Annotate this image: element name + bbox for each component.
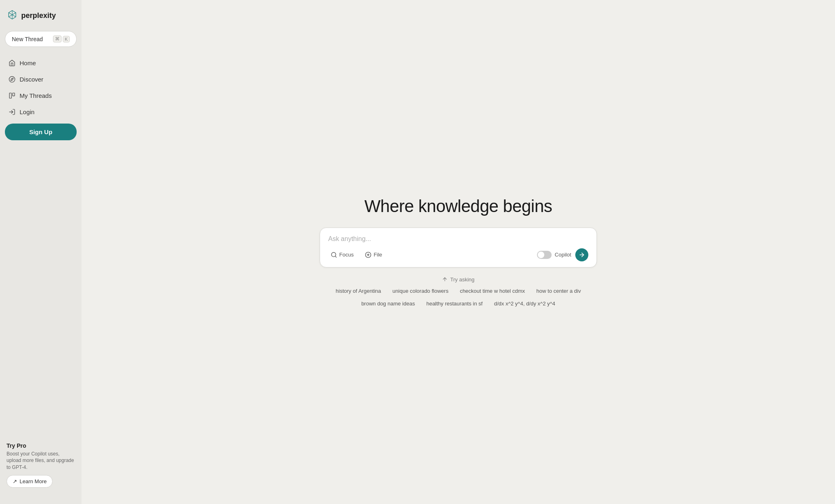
svg-point-0 — [9, 76, 15, 82]
suggestion-chip[interactable]: checkout time w hotel cdmx — [457, 287, 528, 295]
sidebar: perplexity New Thread ⌘ K Home — [0, 0, 82, 504]
file-add-icon — [365, 252, 371, 258]
try-asking-text: Try asking — [450, 276, 474, 283]
svg-line-6 — [335, 256, 336, 257]
try-asking-label: Try asking — [442, 276, 474, 283]
learn-more-arrow-icon: ↗ — [13, 478, 17, 484]
try-asking-section: Try asking history of Argentina unique c… — [333, 276, 583, 308]
copilot-toggle-switch[interactable] — [537, 251, 552, 259]
try-asking-icon — [442, 276, 448, 282]
svg-rect-2 — [9, 93, 11, 98]
suggestion-chip[interactable]: healthy restaurants in sf — [424, 299, 485, 308]
login-icon — [8, 108, 15, 115]
sidebar-item-my-threads-label: My Threads — [20, 92, 52, 99]
copilot-label: Copilot — [555, 252, 571, 258]
toggle-knob — [538, 252, 544, 258]
sidebar-item-home-label: Home — [20, 60, 36, 66]
main-content: Where knowledge begins Focus — [82, 0, 835, 504]
search-tools-right: Copilot — [537, 248, 588, 261]
arrow-right-icon — [579, 252, 585, 258]
suggestion-chip[interactable]: unique colorado flowers — [390, 287, 451, 295]
sidebar-item-discover[interactable]: Discover — [5, 71, 77, 87]
svg-rect-3 — [12, 93, 14, 96]
search-input[interactable] — [328, 235, 588, 243]
focus-icon — [331, 252, 337, 258]
home-icon — [8, 59, 15, 66]
sidebar-item-login-label: Login — [20, 108, 35, 115]
search-toolbar: Focus File Copilot — [328, 248, 588, 261]
kbd-k: K — [63, 36, 70, 42]
file-label: File — [373, 252, 382, 258]
keyboard-shortcut: ⌘ K — [53, 35, 70, 42]
sidebar-bottom: Try Pro Boost your Copilot uses, upload … — [5, 439, 77, 496]
search-box: Focus File Copilot — [320, 228, 597, 267]
try-pro-section: Try Pro Boost your Copilot uses, upload … — [5, 439, 77, 493]
new-thread-label: New Thread — [12, 36, 43, 42]
compass-icon — [8, 75, 15, 83]
page-headline: Where knowledge begins — [364, 197, 552, 216]
kbd-cmd: ⌘ — [53, 35, 62, 42]
new-thread-button[interactable]: New Thread ⌘ K — [5, 31, 77, 47]
signup-button[interactable]: Sign Up — [5, 124, 77, 140]
copilot-toggle: Copilot — [537, 251, 571, 259]
learn-more-button[interactable]: ↗ Learn More — [7, 475, 53, 488]
submit-button[interactable] — [575, 248, 588, 261]
logo-text: perplexity — [21, 11, 56, 20]
suggestion-chip[interactable]: d/dx x^2 y^4, d/dy x^2 y^4 — [492, 299, 558, 308]
sidebar-nav: Home Discover My Threads — [5, 55, 77, 120]
focus-button[interactable]: Focus — [328, 250, 356, 260]
perplexity-logo-icon — [7, 10, 18, 21]
suggestions-row-1: history of Argentina unique colorado flo… — [333, 287, 583, 295]
file-button[interactable]: File — [362, 250, 384, 260]
svg-marker-1 — [11, 78, 13, 80]
logo: perplexity — [5, 8, 77, 23]
sidebar-item-home[interactable]: Home — [5, 55, 77, 71]
sidebar-item-my-threads[interactable]: My Threads — [5, 88, 77, 103]
suggestion-chip[interactable]: brown dog name ideas — [359, 299, 418, 308]
learn-more-label: Learn More — [20, 478, 46, 484]
search-tools-left: Focus File — [328, 250, 384, 260]
try-pro-title: Try Pro — [7, 442, 75, 449]
threads-icon — [8, 92, 15, 99]
suggestion-chip[interactable]: how to center a div — [534, 287, 583, 295]
try-pro-description: Boost your Copilot uses, upload more fil… — [7, 451, 75, 471]
suggestions-row-2: brown dog name ideas healthy restaurants… — [359, 299, 558, 308]
sidebar-item-login[interactable]: Login — [5, 104, 77, 119]
suggestion-chip[interactable]: history of Argentina — [333, 287, 383, 295]
focus-label: Focus — [339, 252, 353, 258]
sidebar-item-discover-label: Discover — [20, 76, 43, 83]
